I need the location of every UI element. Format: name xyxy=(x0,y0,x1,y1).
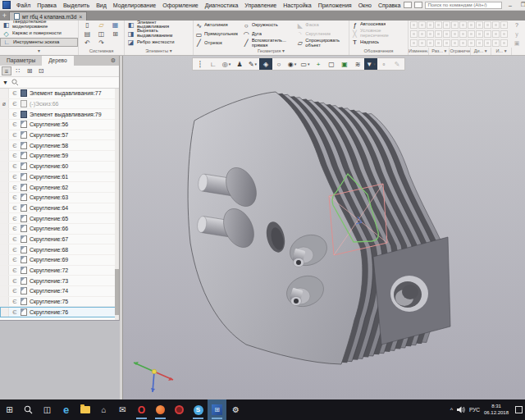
copy-view-icon[interactable]: ▢ xyxy=(325,58,338,70)
file-explorer-icon[interactable] xyxy=(75,399,94,420)
menu-11[interactable]: Справка xyxy=(375,2,404,8)
shading-sphere-icon[interactable]: ○ xyxy=(272,58,285,70)
menu-5[interactable]: Оформление xyxy=(159,2,201,8)
tree-grouping-icon[interactable]: ∷ xyxy=(13,66,23,75)
command-search-input[interactable] xyxy=(426,2,501,7)
filter-icon[interactable]: ▼▾ xyxy=(364,58,377,70)
mode-button-1[interactable]: ◇Каркас и поверхности xyxy=(0,30,78,39)
macro-icon[interactable]: y xyxy=(512,30,522,39)
undo-button[interactable]: ↶ xyxy=(80,39,94,48)
preview-button[interactable]: ◫ xyxy=(94,30,108,39)
geometry-item-1[interactable]: ▭Прямоугольник xyxy=(194,30,241,39)
menu-1[interactable]: Правка xyxy=(34,2,60,8)
store-icon[interactable]: ⌂ xyxy=(94,399,113,420)
snap-icon[interactable]: ▣ xyxy=(338,58,351,70)
layers-icon[interactable]: ≋ xyxy=(351,58,364,70)
geometry-item-5[interactable]: ╱Вспомогатель... прямая xyxy=(241,39,295,48)
command-search[interactable] xyxy=(425,2,502,9)
tree-item-1[interactable]: øЄ(-)Эскиз:66 xyxy=(0,99,119,110)
tree-item-5[interactable]: ЄСкругление:58 xyxy=(0,140,119,151)
menu-4[interactable]: Моделирование xyxy=(110,2,159,8)
geometry-item-2[interactable]: ╱Отрезок xyxy=(194,39,241,48)
collapsed-group-label-1[interactable]: Раз... ▾ xyxy=(429,48,450,55)
model-viewport[interactable]: ┆∟◎▾♟✎▾◈○◉▾▭▾+▢▣≋▼▾▫✎ xyxy=(123,56,525,399)
document-tab[interactable]: мт гбц 4 клапана.m3d × xyxy=(9,11,87,21)
clock[interactable]: 8:31 06.12.2018 xyxy=(484,404,509,416)
help-icon[interactable]: ? xyxy=(512,21,522,30)
geometry-item-0[interactable]: ∿Автолиния xyxy=(194,21,241,30)
orientation-cube-icon[interactable]: ◈ xyxy=(259,58,272,70)
elements-item-1[interactable]: ◨Вырезать выдавливанием xyxy=(125,30,193,39)
menu-8[interactable]: Настройка xyxy=(280,2,314,8)
tree-filter-icon[interactable]: ▼ xyxy=(2,80,8,85)
modes-expander[interactable]: ▾ xyxy=(0,48,78,55)
action-center-icon[interactable] xyxy=(515,406,523,413)
tree-item-8[interactable]: ЄСкругление:61 xyxy=(0,172,119,183)
workspace-layout2-icon[interactable] xyxy=(414,2,422,8)
tree-structure-icon[interactable]: ≡ xyxy=(2,66,11,75)
orientation-triad[interactable] xyxy=(134,362,173,392)
minimize-button[interactable]: – xyxy=(504,2,515,8)
tree-item-13[interactable]: ЄСкругление:66 xyxy=(0,224,119,235)
panel-gear-icon[interactable]: ⚙ xyxy=(107,56,119,66)
geometry-item-3[interactable]: ○Окружность xyxy=(241,21,295,30)
edge-icon[interactable]: e xyxy=(57,399,75,420)
kompas-icon[interactable]: ⊞ xyxy=(208,399,226,420)
tab-tree[interactable]: Дерево xyxy=(42,56,74,66)
tree-item-11[interactable]: ЄСкругление:64 xyxy=(0,203,119,214)
settings-icon[interactable]: ⚙ xyxy=(226,399,245,420)
geometry-item-4[interactable]: ◠Дуга xyxy=(241,30,295,39)
measure-icon[interactable]: ✎▾ xyxy=(246,58,259,70)
collapsed-group-label-0[interactable]: Изменен... ▾ xyxy=(409,48,429,55)
model-3d-cylinder-head[interactable] xyxy=(123,56,525,399)
zoom-icon[interactable]: ◎▾ xyxy=(220,58,233,70)
collapsed-group-label-2[interactable]: Ограничения ▾ xyxy=(450,48,470,55)
new-tab-button[interactable]: + xyxy=(0,12,9,21)
menu-7[interactable]: Управление xyxy=(241,2,280,8)
hide-objects-icon[interactable]: ◉▾ xyxy=(285,58,299,70)
tree-item-10[interactable]: ЄСкругление:63 xyxy=(0,193,119,203)
geometry-group-label[interactable]: Геометрия ▾ xyxy=(194,48,349,55)
volume-icon[interactable] xyxy=(457,406,465,413)
annotation-item-0[interactable]: ƒАвтоосевая xyxy=(349,21,408,30)
tree-item-7[interactable]: ЄСкругление:60 xyxy=(0,162,119,172)
print-button[interactable]: ▤ xyxy=(80,30,94,39)
geometry-item-8[interactable]: ▱Спроецировать объект xyxy=(294,39,349,48)
workspace-layout-icon[interactable] xyxy=(404,2,412,8)
tree-item-3[interactable]: ЄСкругление:56 xyxy=(0,120,119,130)
language-indicator[interactable]: РУС xyxy=(469,407,480,413)
collapsed-group-label-3[interactable]: Ди... ▾ xyxy=(471,48,491,55)
tree-item-18[interactable]: ЄСкругление:73 xyxy=(0,276,119,286)
tray-expand-icon[interactable]: ^ xyxy=(450,407,453,413)
collapsed-group-label-4[interactable]: И... ▾ xyxy=(491,48,512,55)
tree-item-20[interactable]: ЄСкругление:75 xyxy=(0,297,119,308)
mode-button-0[interactable]: ◧Твердотельное моделирование xyxy=(0,21,78,30)
tree-item-4[interactable]: ЄСкругление:57 xyxy=(0,130,119,141)
start-icon[interactable]: ⊞ xyxy=(0,399,19,420)
redo-button[interactable]: ↷ xyxy=(94,39,108,48)
edit-icon[interactable]: ✎ xyxy=(390,58,404,70)
tree-item-19[interactable]: ЄСкругление:74 xyxy=(0,286,119,297)
sketch-plane-icon[interactable]: ∟ xyxy=(207,58,220,70)
menu-9[interactable]: Приложения xyxy=(315,2,355,8)
restore-button[interactable]: ❒ xyxy=(518,2,525,8)
browser-orange-icon[interactable] xyxy=(151,399,170,420)
skype-icon[interactable]: S xyxy=(189,399,208,420)
display-mode-icon[interactable]: ▭▾ xyxy=(299,58,312,70)
tree-search-icon[interactable] xyxy=(11,79,19,86)
mode-button-2[interactable]: ∟Инструменты эскиза xyxy=(0,38,78,47)
toolbar-grip[interactable]: ┆ xyxy=(194,58,207,70)
tree-item-6[interactable]: ЄСкругление:59 xyxy=(0,151,119,162)
tree-item-9[interactable]: ЄСкругление:62 xyxy=(0,182,119,193)
tab-close-icon[interactable]: × xyxy=(79,14,82,20)
tree-item-0[interactable]: ЄЭлемент выдавливания:77 xyxy=(0,89,119,99)
tree-relations-icon[interactable]: ⊞ xyxy=(25,66,34,75)
save-document-button[interactable]: ▦ xyxy=(108,21,122,30)
annotation-item-2[interactable]: TНадпись xyxy=(349,38,408,47)
menu-3[interactable]: Вид xyxy=(93,2,110,8)
select-region-icon[interactable]: ▫ xyxy=(377,58,390,70)
tree-item-16[interactable]: ЄСкругление:69 xyxy=(0,255,119,266)
elements-item-2[interactable]: ◪Ребро жесткости xyxy=(125,38,193,47)
elements-group-label[interactable]: Элементы ▾ xyxy=(125,48,193,55)
document-manager-button[interactable]: ⊞ xyxy=(108,30,122,39)
